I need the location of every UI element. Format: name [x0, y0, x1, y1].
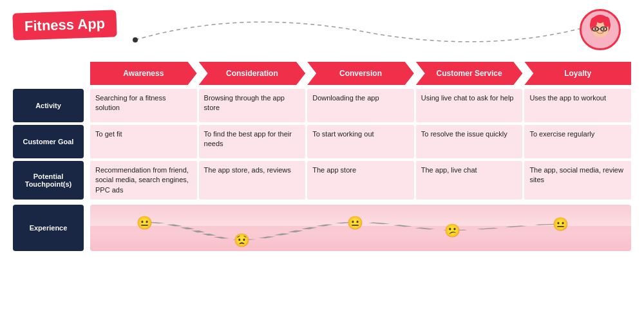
stages-row: AwarenessConsiderationConversionCustomer… [90, 62, 631, 85]
row-label: Potential Touchpoint(s) [13, 161, 84, 200]
cell: The app, live chat [416, 161, 523, 200]
emoji-face: 😟 [234, 232, 250, 248]
cell: Downloading the app [307, 89, 414, 122]
cell: To resolve the issue quickly [416, 125, 523, 158]
cell: To find the best app for their needs [199, 125, 306, 158]
row-activity: ActivitySearching for a fitness solution… [13, 89, 631, 122]
emoji-face: 😐 [137, 215, 153, 230]
cell: Browsing through the app store [199, 89, 306, 122]
svg-point-7 [594, 28, 596, 30]
cell: To exercise regularly [524, 125, 631, 158]
cell: The app, social media, review sites [524, 161, 631, 200]
cell: Searching for a fitness solution [90, 89, 197, 122]
stage-loyalty: Loyalty [524, 62, 631, 85]
avatar [580, 9, 621, 50]
cell: To get fit [90, 125, 197, 158]
experience-row: Experience😐😟😐😕😐 [13, 205, 631, 251]
cell: Recommendation from friend, social media… [90, 161, 197, 200]
cell: The app store [307, 161, 414, 200]
dashed-arc [116, 14, 605, 53]
experience-label: Experience [13, 205, 84, 251]
svg-point-0 [133, 37, 138, 42]
journey-table: AwarenessConsiderationConversionCustomer… [13, 62, 631, 321]
row-customer-goal: Customer GoalTo get fitTo find the best … [13, 125, 631, 158]
svg-point-11 [596, 15, 605, 23]
title-badge: Fitness App [12, 10, 117, 41]
cell: The app store, ads, reviews [199, 161, 306, 200]
cell: Uses the app to workout [524, 89, 631, 122]
stage-conversion: Conversion [307, 62, 414, 85]
row-label: Activity [13, 89, 84, 122]
svg-point-8 [603, 28, 605, 30]
row-label: Customer Goal [13, 125, 84, 158]
cell: To start working out [307, 125, 414, 158]
row-potential-touchpoint(s): Potential Touchpoint(s)Recommendation fr… [13, 161, 631, 200]
emoji-face: 😐 [347, 215, 363, 230]
emoji-face: 😕 [444, 223, 460, 238]
cell: Using live chat to ask for help [416, 89, 523, 122]
stage-consideration: Consideration [199, 62, 306, 85]
emoji-face: 😐 [553, 216, 569, 232]
experience-graph: 😐😟😐😕😐 [90, 205, 631, 251]
stage-customer-service: Customer Service [416, 62, 523, 85]
data-rows: ActivitySearching for a fitness solution… [13, 89, 631, 202]
stage-awareness: Awareness [90, 62, 197, 85]
